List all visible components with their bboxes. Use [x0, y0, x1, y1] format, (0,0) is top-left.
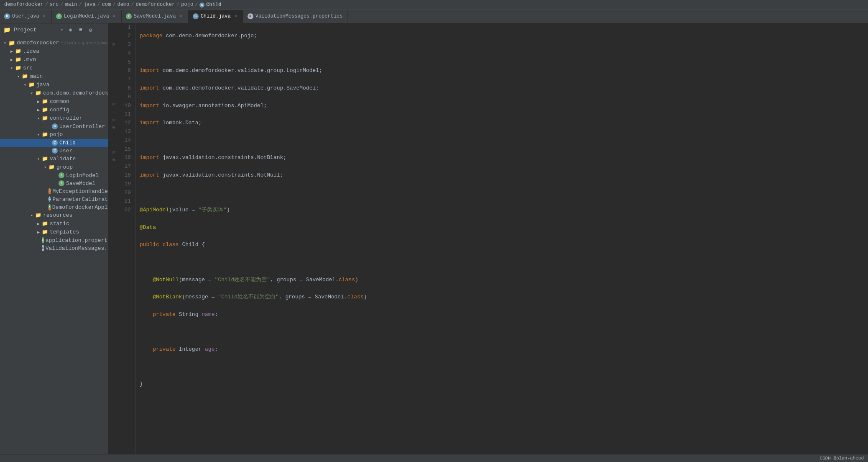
breadcrumb-part: main	[65, 2, 77, 8]
breadcrumb-sep: /	[112, 2, 115, 8]
tab-label-savemodel: SaveModel.java	[134, 13, 176, 19]
code-line-17: private String name;	[140, 311, 864, 319]
tree-label-user: User	[59, 148, 72, 154]
tree-label-app: DemofordockerApplication	[52, 204, 109, 210]
tab-icon-user: U	[4, 13, 10, 19]
tree-item-root[interactable]: ▾ 📁 demofordocker ~/iworkspace/demofordo…	[0, 39, 108, 47]
tree-label-src: src	[23, 65, 33, 71]
code-line-7	[140, 136, 864, 145]
tab-label-validation: ValidationMessages.properties	[255, 13, 343, 19]
code-line-4: import com.demo.demofordocker.validate.g…	[140, 84, 864, 93]
tree-item-loginmodel[interactable]: I LoginModel	[0, 172, 108, 180]
tab-savemodel[interactable]: i SaveModel.java ×	[122, 10, 189, 23]
breadcrumb-sep: /	[176, 2, 179, 8]
tree-label-java: java	[36, 82, 49, 88]
tree-label-loginmodel: LoginModel	[66, 172, 99, 179]
breadcrumb-sep: /	[97, 2, 100, 8]
code-content: ⊖ ⊖ ⊖ ⊖ ⊖ ⊖ 1 2 3 4 5 6 7 8 9 1	[109, 23, 868, 454]
code-line-6: import lombok.Data;	[140, 119, 864, 128]
tree-label-myexception: MyExceptionHandler.java	[52, 188, 109, 195]
settings-btn[interactable]: ⚙	[87, 26, 95, 34]
tree-item-main[interactable]: ▾ 📁 main	[0, 72, 108, 81]
collapse-marker-16[interactable]: ⊖	[112, 156, 115, 163]
breadcrumb-part: java	[84, 2, 96, 8]
tree-label-root: demofordocker	[17, 40, 59, 46]
minimize-btn[interactable]: —	[97, 26, 105, 34]
tree-item-validationprops[interactable]: ≡ ValidationMessages.properties	[0, 244, 108, 252]
tree-item-resources[interactable]: ▾ 📁 resources	[0, 211, 108, 220]
breadcrumb-part: demo	[117, 2, 129, 8]
folder-icon-group: 📁	[49, 164, 55, 170]
folder-icon-java: 📁	[28, 82, 35, 88]
sidebar-title: Project	[14, 27, 55, 33]
tree-item-appprops[interactable]: ≡ application.properties	[0, 236, 108, 244]
tab-close-child[interactable]: ×	[233, 13, 239, 19]
tree-item-savemodel[interactable]: I SaveModel	[0, 180, 108, 187]
tree-path: ~/iworkspace/demofordock...	[61, 41, 109, 46]
root-folder-icon: 📁	[8, 40, 15, 46]
tree-label-config: config	[50, 107, 69, 113]
breadcrumb-sep: /	[60, 2, 63, 8]
tree-item-mvn[interactable]: ▶ 📁 .mvn	[0, 56, 108, 64]
collapse-marker-12[interactable]: ⊖	[112, 123, 115, 131]
tree-item-idea[interactable]: ▶ 📁 .idea	[0, 47, 108, 56]
expand-arrow-group: ▾	[42, 164, 49, 171]
code-editor[interactable]: ⊖ ⊖ ⊖ ⊖ ⊖ ⊖ 1 2 3 4 5 6 7 8 9 1	[109, 23, 868, 454]
tab-label-child: Child.java	[201, 13, 231, 19]
tab-child[interactable]: C Child.java ×	[189, 10, 243, 23]
tree-label-main: main	[30, 73, 43, 80]
tree-item-child[interactable]: C Child	[0, 139, 108, 147]
tree-item-app[interactable]: A DemofordockerApplication	[0, 203, 108, 211]
tree-item-validate[interactable]: ▾ 📁 validate	[0, 155, 108, 163]
expand-arrow-validate: ▾	[35, 156, 42, 162]
sidebar: 📁 Project ▾ ⊕ ≡ ⚙ — ▾ 📁 demofordocker ~/…	[0, 23, 109, 454]
status-bar: CSDN @plan-ahead	[0, 454, 868, 462]
collapse-marker-11[interactable]: ⊖	[112, 116, 115, 124]
tab-close-savemodel[interactable]: ×	[178, 13, 184, 19]
collapse-marker-15[interactable]: ⊖	[112, 149, 115, 156]
collapse-marker-9[interactable]: ⊖	[112, 100, 115, 108]
tab-loginmodel[interactable]: i LoginModel.java ×	[52, 10, 122, 23]
tree-item-paramcal[interactable]: C ParameterCalibration	[0, 195, 108, 203]
tab-user[interactable]: U User.java ×	[0, 10, 52, 23]
tree-item-pojo[interactable]: ▾ 📁 pojo	[0, 131, 108, 139]
tree-label-appprops: application.properties	[46, 237, 109, 244]
tab-icon-loginmodel: i	[56, 13, 62, 19]
code-line-1: package com.demo.demofordocker.pojo;	[140, 32, 864, 41]
tab-icon-validation: ≡	[248, 13, 253, 19]
tab-close-user[interactable]: ×	[41, 13, 47, 19]
file-tree: ▾ 📁 demofordocker ~/iworkspace/demofordo…	[0, 37, 108, 454]
breadcrumb-sep: /	[79, 2, 82, 8]
tree-label-mvn: .mvn	[23, 56, 36, 63]
class-icon-app: A	[49, 204, 51, 210]
collapse-all-btn[interactable]: ≡	[77, 26, 85, 34]
code-line-11: @ApiModel(value = "子类实体")	[140, 206, 864, 215]
code-line-21: }	[140, 380, 864, 389]
tree-item-usercontroller[interactable]: C UserController	[0, 123, 108, 131]
code-line-18	[140, 328, 864, 336]
tree-item-package[interactable]: ▾ 📁 com.demo.demofordocker	[0, 89, 108, 98]
tree-item-templates[interactable]: ▶ 📁 templates	[0, 228, 108, 236]
breadcrumb-current: C Child	[199, 2, 221, 8]
breadcrumb-part: com	[102, 2, 111, 8]
code-line-9: import javax.validation.constraints.NotN…	[140, 171, 864, 180]
tab-validation[interactable]: ≡ ValidationMessages.properties	[243, 10, 347, 23]
code-line-3: import com.demo.demofordocker.validate.g…	[140, 67, 864, 75]
tab-close-loginmodel[interactable]: ×	[111, 13, 117, 19]
tree-item-group[interactable]: ▾ 📁 group	[0, 163, 108, 172]
tree-item-controller[interactable]: ▾ 📁 controller	[0, 114, 108, 123]
code-line-16: @NotBlank(message = "Child姓名不能为空白", grou…	[140, 293, 864, 302]
tree-item-src[interactable]: ▾ 📁 src	[0, 64, 108, 72]
code-line-5: import io.swagger.annotations.ApiModel;	[140, 102, 864, 110]
tree-item-static[interactable]: ▶ 📁 static	[0, 220, 108, 228]
tree-item-config[interactable]: ▶ 📁 config	[0, 106, 108, 114]
locate-file-btn[interactable]: ⊕	[66, 26, 75, 34]
tree-item-java[interactable]: ▾ 📁 java	[0, 81, 108, 89]
tree-item-common[interactable]: ▶ 📁 common	[0, 98, 108, 106]
tab-bar: U User.java × i LoginModel.java × i Save…	[0, 10, 868, 23]
tree-item-myexception[interactable]: J MyExceptionHandler.java	[0, 187, 108, 195]
tab-label-loginmodel: LoginModel.java	[64, 13, 109, 19]
collapse-marker-3[interactable]: ⊖	[112, 41, 115, 48]
code-area[interactable]: package com.demo.demofordocker.pojo; imp…	[135, 23, 868, 454]
tree-item-user[interactable]: C User	[0, 147, 108, 155]
